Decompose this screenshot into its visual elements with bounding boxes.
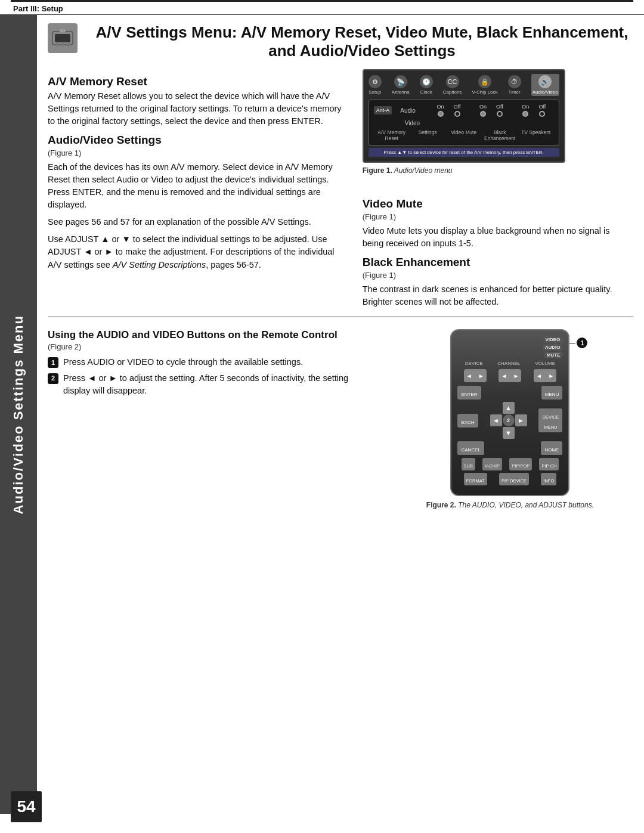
enter-menu-row: ENTER MENU [457, 386, 562, 400]
using-buttons-section: Using the AUDIO and VIDEO Buttons on the… [48, 329, 376, 512]
pip-device-btn: PIP DEVICE [499, 473, 529, 485]
sub-label: SUB [464, 463, 473, 469]
channel-label: CHANNEL [497, 361, 520, 366]
svg-point-4 [66, 43, 70, 47]
setup-icon: ⚙ [369, 75, 382, 88]
audio-options: On Off [437, 104, 469, 117]
audiovideo-label: Audio/Video [532, 89, 558, 95]
dpad-up: ▲ [503, 402, 515, 414]
audio-options2: On Off [479, 104, 511, 117]
vchip-label: V-Chip Lock [472, 89, 497, 95]
dcv-row: DEVICE CHANNEL VOLUME [457, 361, 562, 366]
timer-icon: ⏱ [508, 75, 521, 88]
audio-off3-label: Off [538, 104, 546, 110]
col-right: ⚙ Setup 📡 Antenna 🕐 Clock CC [357, 69, 633, 313]
format-label: FORMAT [466, 478, 485, 484]
audio-off-radio [454, 111, 460, 117]
audio-label-remote: AUDIO [543, 344, 563, 351]
audio-on3-radio [522, 111, 528, 117]
bottom-label-black-enhancement: Black Enhancement [482, 129, 518, 141]
av-menu-video-row: Video [374, 120, 554, 126]
enter-label: ENTER [461, 392, 477, 397]
setup-label: Setup [369, 89, 381, 95]
spacer1 [363, 177, 633, 191]
dpad-empty-br [515, 427, 527, 439]
page-wrapper: Audio/Video Settings Menu A/V Settings M… [0, 15, 644, 814]
bullet-list: 1 Press AUDIO or VIDEO to cycle through … [48, 356, 376, 397]
callout-1-circle: 1 [577, 337, 587, 348]
audio-off3-radio [539, 111, 545, 117]
video-mute-heading: Video Mute [363, 197, 633, 210]
home-btn: HOME [541, 441, 562, 455]
pipch-btn: PIP CH [539, 458, 559, 470]
av-menu-topbar: ⚙ Setup 📡 Antenna 🕐 Clock CC [369, 74, 559, 96]
col-left: A/V Memory Reset A/V Memory Reset allows… [48, 69, 357, 313]
device-menu-btn: DEVICE MENU [538, 408, 562, 432]
divider [48, 317, 633, 317]
exch-btn: EXCH [457, 414, 478, 428]
audio-video-settings-figure-note: (Figure 1) [48, 148, 346, 157]
audio-options3: On Off [522, 104, 553, 117]
av-menu-bottombar: A/V Memory Reset Settings Video Mute Bla… [374, 129, 554, 141]
black-enhancement-heading: Black Enhancement [363, 256, 633, 269]
figure1-caption-text: Audio/Video menu [394, 166, 453, 175]
video-section-label: Video [405, 120, 554, 126]
page-title: A/V Settings Menu: A/V Memory Reset, Vid… [91, 23, 633, 60]
bullet-num-2: 2 [48, 373, 58, 384]
sub-btn: SUB [462, 458, 475, 470]
menu-label: MENU [545, 392, 559, 397]
audio-video-settings-body3: Use ADJUST ▲ or ▼ to select the individu… [48, 233, 346, 271]
audio-off-label: Off [454, 104, 461, 110]
bullet-item-2: 2 Press ◄ or ► to adjust the setting. Af… [48, 372, 376, 397]
audio-off-option: Off [454, 104, 461, 117]
format-row: FORMAT PIP DEVICE INFO [457, 473, 562, 485]
bottom-label-tv-speakers: TV Speakers [518, 129, 554, 141]
page-number: 54 [17, 797, 35, 816]
remote-wrapper: 1 VIDEO AUDIO MUTE DEVICE CHANNEL [450, 329, 569, 496]
audio-on-option: On [437, 104, 444, 117]
av-menu-main-body: Ant-A Audio On Off [369, 100, 559, 145]
video-mute-body: Video Mute lets you display a blue backg… [363, 225, 633, 250]
figure2-caption-label: Figure 2. [426, 501, 456, 509]
av-menu-ant-row: Ant-A Audio On Off [374, 104, 554, 117]
audio-on-label: On [437, 104, 444, 110]
audio-off2-label: Off [496, 104, 503, 110]
two-col-main: A/V Memory Reset A/V Memory Reset allows… [37, 69, 644, 313]
av-menu-antenna: 📡 Antenna [392, 75, 410, 95]
av-menu-timer: ⏱ Timer [508, 75, 521, 95]
ant-label: Ant-A [374, 106, 392, 114]
pipch-label: PIP CH [541, 463, 556, 469]
audio-off2-radio [497, 111, 503, 117]
audio-video-settings-heading: Audio/Video Settings [48, 134, 346, 147]
av-memory-reset-body: A/V Memory Reset allows you to select th… [48, 90, 346, 128]
audio-video-settings-body2: See pages 56 and 57 for an explanation o… [48, 216, 346, 228]
antenna-label: Antenna [392, 89, 410, 95]
black-enhancement-body: The contrast in dark scenes is enhanced … [363, 283, 633, 308]
audio-section-label: Audio [400, 107, 432, 114]
audio-on3-option: On [522, 104, 529, 117]
svg-point-3 [61, 43, 64, 47]
device-rocker: ◄ ► [464, 369, 487, 382]
audio-on-radio [438, 111, 444, 117]
vchip-btn: V-CHIP [482, 458, 502, 470]
sidebar-label: Audio/Video Settings Menu [11, 315, 26, 514]
remote-top-labels: VIDEO AUDIO MUTE [457, 336, 562, 358]
av-menu-vchip: 🔒 V-Chip Lock [472, 75, 497, 95]
cancel-row: CANCEL HOME [457, 441, 562, 455]
bullet-num-1: 1 [48, 357, 58, 368]
audio-on2-label: On [479, 104, 487, 110]
audio-video-settings-body1: Each of the devices has its own A/V memo… [48, 161, 346, 211]
home-label: HOME [544, 447, 559, 453]
enter-btn: ENTER [457, 386, 481, 400]
sub-row: SUB V-CHIP PIP/POP PIP CH [457, 458, 562, 470]
dpad-empty-bl [490, 427, 502, 439]
timer-label: Timer [509, 89, 521, 95]
cancel-label: CANCEL [461, 447, 480, 453]
device-label: DEVICE [465, 361, 483, 366]
dpad-right: ► [515, 414, 527, 426]
cancel-btn: CANCEL [457, 441, 484, 455]
antenna-icon: 📡 [394, 75, 407, 88]
figure2-caption: Figure 2. The AUDIO, VIDEO, and ADJUST b… [426, 501, 594, 509]
pippop-btn: PIP/POP [509, 458, 532, 470]
video-label-remote: VIDEO [543, 336, 563, 343]
